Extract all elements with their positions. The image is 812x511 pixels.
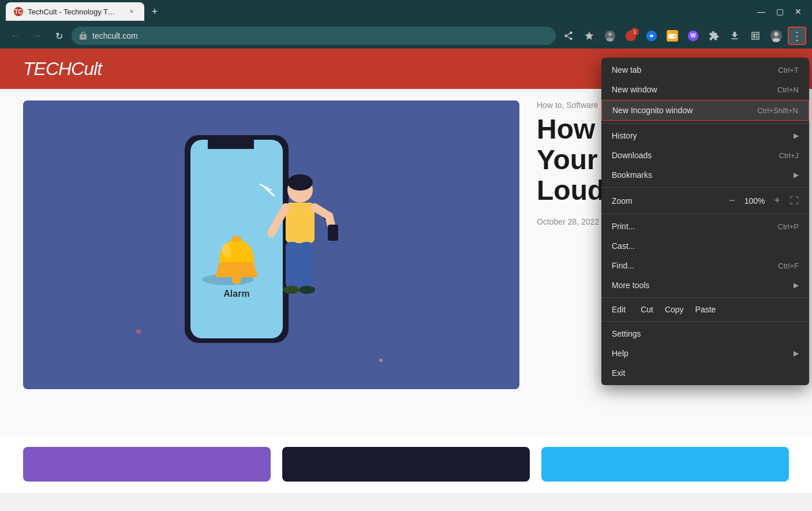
menu-item-new-tab[interactable]: New tab Ctrl+T: [601, 60, 809, 80]
article-image: Alarm: [23, 100, 519, 389]
menu-item-print-label: Print...: [612, 222, 635, 231]
downloads-icon[interactable]: [725, 27, 744, 45]
paste-button[interactable]: Paste: [690, 303, 722, 316]
svg-rect-26: [286, 203, 315, 243]
thumb-3[interactable]: [541, 447, 789, 482]
thumbnail-row: [0, 435, 812, 493]
svg-text:W: W: [690, 32, 696, 39]
puzzle-icon[interactable]: [705, 27, 723, 45]
svg-rect-27: [328, 225, 338, 241]
title-bar-left: TC TechCult - Technology Twisted × +: [6, 2, 163, 21]
menu-item-new-window[interactable]: New window Ctrl+N: [601, 80, 809, 99]
menu-item-cast[interactable]: Cast...: [601, 236, 809, 256]
menu-item-bookmarks[interactable]: Bookmarks ▶: [601, 165, 809, 185]
svg-point-25: [287, 174, 313, 191]
menu-item-new-window-shortcut: Ctrl+N: [777, 85, 799, 94]
svg-text:Alarm: Alarm: [223, 289, 249, 299]
browser-tab[interactable]: TC TechCult - Technology Twisted ×: [6, 2, 144, 21]
more-tools-arrow-icon: ▶: [794, 281, 799, 289]
zoom-out-button[interactable]: −: [725, 193, 739, 208]
tab-favicon: TC: [14, 7, 23, 16]
user-avatar-icon[interactable]: [767, 27, 785, 45]
menu-item-downloads[interactable]: Downloads Ctrl+J: [601, 146, 809, 165]
context-menu: New tab Ctrl+T New window Ctrl+N New Inc…: [601, 58, 809, 385]
svg-point-31: [299, 286, 315, 294]
new-tab-button[interactable]: +: [147, 3, 163, 20]
share-icon[interactable]: [559, 27, 578, 45]
svg-point-21: [232, 275, 241, 284]
menu-item-print[interactable]: Print... Ctrl+P: [601, 217, 809, 236]
menu-item-more-tools[interactable]: More tools ▶: [601, 275, 809, 295]
bookmarks-arrow-icon: ▶: [794, 171, 799, 179]
svg-point-7: [674, 35, 676, 37]
close-window-button[interactable]: ✕: [790, 3, 806, 20]
nav-toolbar-icons: 1 W: [559, 27, 806, 45]
menu-item-bookmarks-label: Bookmarks: [612, 170, 652, 180]
profile-icon[interactable]: 1: [622, 27, 640, 45]
menu-separator-2: [601, 187, 809, 188]
zoom-value: 100%: [744, 196, 765, 206]
wallet-icon[interactable]: [663, 27, 682, 45]
zoom-controls: − 100% + ⛶: [725, 193, 799, 208]
menu-item-downloads-label: Downloads: [612, 151, 652, 160]
menu-item-more-tools-label: More tools: [612, 281, 649, 290]
bookmark-star-icon[interactable]: [580, 27, 598, 45]
menu-item-new-tab-label: New tab: [612, 65, 641, 74]
menu-item-history[interactable]: History ▶: [601, 126, 809, 146]
menu-separator-5: [601, 321, 809, 322]
zoom-in-button[interactable]: +: [770, 193, 784, 208]
zoom-control-row: Zoom − 100% + ⛶: [601, 190, 809, 211]
menu-item-exit-label: Exit: [612, 368, 625, 378]
menu-item-settings[interactable]: Settings: [601, 324, 809, 344]
chrome-menu-button[interactable]: ⋮: [788, 27, 806, 45]
svg-point-30: [283, 286, 299, 294]
menu-item-new-tab-shortcut: Ctrl+T: [778, 66, 799, 74]
tab-close-button[interactable]: ×: [127, 7, 136, 16]
thumb-1[interactable]: [23, 447, 271, 482]
menu-separator-3: [601, 214, 809, 214]
back-button[interactable]: ←: [6, 27, 24, 45]
title-bar: TC TechCult - Technology Twisted × + — ▢…: [0, 0, 812, 23]
article-illustration: Alarm: [23, 100, 519, 389]
menu-item-incognito[interactable]: New Incognito window Ctrl+Shift+N: [601, 100, 809, 121]
cut-button[interactable]: Cut: [635, 303, 659, 316]
menu-item-help-label: Help: [612, 349, 628, 358]
menu-item-exit[interactable]: Exit: [601, 363, 809, 383]
menu-item-history-label: History: [612, 131, 637, 140]
site-logo: TECHCult: [23, 58, 102, 80]
svg-point-12: [773, 38, 780, 42]
forward-button[interactable]: →: [28, 27, 46, 45]
surf-icon[interactable]: [642, 27, 661, 45]
menu-item-incognito-shortcut: Ctrl+Shift+N: [757, 106, 798, 115]
logo-tech: TECH: [23, 58, 71, 79]
lock-icon: [78, 31, 88, 40]
notification-badge: 1: [631, 28, 639, 36]
rewards-icon[interactable]: W: [684, 27, 702, 45]
menu-item-help[interactable]: Help ▶: [601, 344, 809, 363]
thumb-2[interactable]: [282, 447, 530, 482]
svg-point-11: [774, 32, 778, 36]
menu-item-find[interactable]: Find... Ctrl+F: [601, 256, 809, 275]
svg-rect-19: [232, 236, 241, 242]
zoom-fullscreen-icon[interactable]: ⛶: [789, 196, 799, 206]
menu-item-find-label: Find...: [612, 261, 634, 270]
extensions-icon[interactable]: [601, 27, 619, 45]
reload-button[interactable]: ↻: [50, 27, 68, 45]
window-controls: — ▢ ✕: [753, 3, 806, 20]
sidebar-icon[interactable]: [746, 27, 765, 45]
help-arrow-icon: ▶: [794, 349, 799, 357]
menu-item-cast-label: Cast...: [612, 241, 635, 251]
svg-point-34: [136, 329, 141, 334]
menu-item-find-shortcut: Ctrl+F: [778, 262, 799, 270]
url-text: techcult.com: [92, 31, 549, 40]
address-bar[interactable]: techcult.com: [72, 27, 556, 45]
menu-separator-1: [601, 123, 809, 124]
menu-item-settings-label: Settings: [612, 329, 641, 338]
svg-rect-29: [300, 242, 313, 288]
copy-button[interactable]: Copy: [659, 303, 690, 316]
maximize-button[interactable]: ▢: [772, 3, 788, 20]
menu-item-downloads-shortcut: Ctrl+J: [779, 151, 799, 160]
menu-item-print-shortcut: Ctrl+P: [778, 222, 799, 231]
tab-title: TechCult - Technology Twisted: [28, 8, 120, 16]
minimize-button[interactable]: —: [753, 3, 769, 20]
